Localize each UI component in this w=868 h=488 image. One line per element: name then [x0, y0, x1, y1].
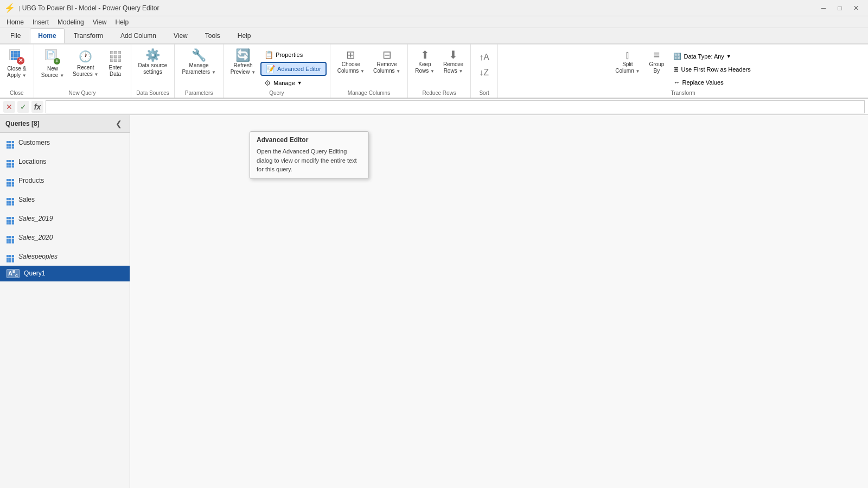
group-by-button[interactable]: ≡ GroupBy [644, 47, 668, 77]
group-by-icon: ≡ [654, 49, 660, 60]
query-item-sales2020[interactable]: Sales_2020 [0, 228, 130, 247]
ribbon-group-manage-columns: ⊞ ChooseColumns ▼ ⊟ RemoveColumns ▼ Mana… [330, 44, 408, 98]
window-close-button[interactable]: ✕ [848, 3, 864, 14]
tab-tools[interactable]: Tools [197, 28, 228, 43]
customers-grid-icon [7, 136, 14, 149]
sort-desc-button[interactable]: ↓Z [475, 66, 493, 79]
window-title: UBG To Power BI - Model - Power Query Ed… [22, 4, 159, 12]
enter-data-button[interactable]: EnterData [104, 47, 127, 80]
data-type-icon: 🔡 [673, 53, 681, 60]
manage-parameters-button[interactable]: 🔧 ManageParameters ▼ [178, 47, 219, 78]
tab-file[interactable]: File [2, 28, 29, 43]
sort-asc-icon: ↑A [479, 53, 489, 62]
query-right-group: 📋 Properties 📝 Advanced Editor ⚙ Manage … [260, 47, 327, 89]
maximize-button[interactable]: □ [832, 3, 847, 14]
formula-cancel-button[interactable]: ✕ [3, 101, 15, 113]
remove-rows-icon: ⬇ [449, 49, 458, 60]
query-item-query1[interactable]: ABC Query1 [0, 266, 130, 281]
choose-columns-button[interactable]: ⊞ ChooseColumns ▼ [334, 47, 368, 77]
sort-group-content: ↑A ↓Z [475, 47, 493, 89]
data-type-arrow: ▼ [726, 54, 731, 59]
use-first-row-icon: ⊞ [673, 66, 679, 73]
remove-columns-icon: ⊟ [382, 49, 392, 60]
formula-input[interactable] [46, 100, 865, 113]
recent-sources-label: RecentSources ▼ [73, 65, 98, 78]
split-column-icon: ⫿ [625, 49, 630, 60]
menu-help[interactable]: Help [111, 17, 133, 27]
menu-home[interactable]: Home [2, 17, 28, 27]
sort-asc-button[interactable]: ↑A [475, 51, 493, 64]
ribbon: ✕ Close &Apply ▼ Close 📄 + [0, 44, 868, 99]
split-column-button[interactable]: ⫿ SplitColumn ▼ [611, 47, 643, 77]
menu-insert[interactable]: Insert [28, 17, 53, 27]
ribbon-tabs: File Home Transform Add Column View Tool… [0, 28, 868, 44]
keep-rows-button[interactable]: ⬆ KeepRows ▼ [411, 47, 438, 77]
remove-rows-button[interactable]: ⬇ RemoveRows ▼ [439, 47, 467, 77]
tab-transform[interactable]: Transform [66, 28, 111, 43]
data-sources-group-content: ⚙️ Data sourcesettings [135, 47, 171, 89]
close-apply-icon: ✕ [9, 49, 24, 65]
parameters-group-label: Parameters [185, 89, 213, 98]
sidebar: Queries [8] ❮ Customers [0, 115, 130, 488]
reduce-rows-group-label: Reduce Rows [423, 89, 456, 98]
data-sources-group-label: Data Sources [136, 89, 169, 98]
tab-home[interactable]: Home [30, 28, 64, 43]
sidebar-header: Queries [8] ❮ [0, 115, 130, 133]
tooltip-title: Advanced Editor [257, 136, 362, 144]
query-item-sales2019[interactable]: Sales_2019 [0, 209, 130, 228]
keep-rows-icon: ⬆ [420, 49, 430, 60]
menu-modeling[interactable]: Modeling [53, 17, 88, 27]
ribbon-group-reduce-rows: ⬆ KeepRows ▼ ⬇ RemoveRows ▼ Reduce Rows [408, 44, 471, 98]
new-source-button[interactable]: 📄 + NewSource ▼ [37, 47, 68, 81]
manage-label: Manage [273, 80, 295, 86]
advanced-editor-button[interactable]: 📝 Advanced Editor [260, 62, 327, 76]
tab-help[interactable]: Help [229, 28, 259, 43]
formula-fx-button[interactable]: fx [31, 101, 43, 113]
new-query-group-content: 📄 + NewSource ▼ 🕐 RecentSources ▼ [37, 47, 127, 89]
minimize-button[interactable]: ─ [816, 3, 831, 14]
replace-values-button[interactable]: ↔ Replace Values [669, 77, 754, 88]
query-item-locations[interactable]: Locations [0, 152, 130, 171]
transform-right: 🔡 Data Type: Any ▼ ⊞ Use First Row as He… [669, 47, 754, 88]
remove-columns-button[interactable]: ⊟ RemoveColumns ▼ [369, 47, 404, 77]
sort-desc-icon: ↓Z [479, 68, 489, 78]
sales2019-label: Sales_2019 [18, 215, 53, 222]
recent-sources-button[interactable]: 🕐 RecentSources ▼ [69, 47, 102, 80]
new-source-icon: 📄 + [45, 49, 60, 65]
tab-view[interactable]: View [165, 28, 196, 43]
manage-button[interactable]: ⚙ Manage ▼ [260, 77, 327, 89]
menu-view[interactable]: View [88, 17, 111, 27]
replace-values-icon: ↔ [673, 79, 680, 86]
sidebar-title: Queries [8] [5, 120, 40, 127]
replace-values-label: Replace Values [682, 79, 723, 86]
query-item-salespeoples[interactable]: Salespeoples [0, 247, 130, 266]
title-separator: | [18, 5, 20, 11]
tab-add-column[interactable]: Add Column [112, 28, 164, 43]
refresh-preview-button[interactable]: 🔄 RefreshPreview ▼ [227, 47, 259, 78]
remove-rows-label: RemoveRows ▼ [443, 61, 463, 74]
sidebar-toggle-button[interactable]: ❮ [113, 118, 124, 129]
new-source-label: NewSource ▼ [41, 66, 64, 79]
query-item-sales[interactable]: Sales [0, 190, 130, 209]
data-source-settings-button[interactable]: ⚙️ Data sourcesettings [135, 47, 171, 78]
query1-label: Query1 [24, 269, 45, 277]
content-area: Advanced Editor Open the Advanced Query … [130, 115, 868, 488]
close-apply-button[interactable]: ✕ Close &Apply ▼ [3, 47, 30, 81]
ribbon-group-data-sources: ⚙️ Data sourcesettings Data Sources [131, 44, 175, 98]
locations-label: Locations [18, 158, 46, 165]
transform-group-content: ⫿ SplitColumn ▼ ≡ GroupBy 🔡 Data Type: A… [611, 47, 755, 89]
formula-confirm-button[interactable]: ✓ [17, 101, 29, 113]
use-first-row-button[interactable]: ⊞ Use First Row as Headers [669, 64, 754, 75]
close-apply-label: Close &Apply ▼ [7, 66, 27, 79]
data-type-button[interactable]: 🔡 Data Type: Any ▼ [669, 51, 754, 62]
query-item-customers[interactable]: Customers [0, 133, 130, 152]
ribbon-group-close: ✕ Close &Apply ▼ Close [0, 44, 34, 98]
manage-arrow: ▼ [297, 80, 302, 86]
sort-group-label: Sort [479, 89, 489, 98]
query1-abc-icon: ABC [7, 269, 20, 278]
query-item-products[interactable]: Products [0, 171, 130, 190]
properties-button[interactable]: 📋 Properties [260, 49, 327, 61]
window-controls: ─ □ ✕ [816, 3, 864, 14]
data-source-settings-label: Data sourcesettings [138, 62, 168, 75]
manage-parameters-icon: 🔧 [192, 49, 206, 61]
